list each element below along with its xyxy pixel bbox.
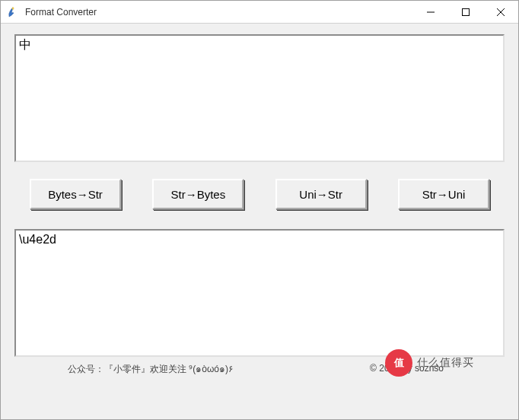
watermark-text: 什么值得买 — [417, 356, 474, 370]
str-to-uni-button[interactable]: Str→Uni — [398, 179, 489, 209]
window-controls — [413, 1, 518, 23]
button-row: Bytes→Str Str→Bytes Uni→Str Str→Uni — [14, 162, 505, 229]
uni-to-str-button[interactable]: Uni→Str — [275, 179, 367, 209]
window-title: Format Converter — [25, 7, 413, 18]
maximize-button[interactable] — [448, 1, 483, 23]
close-icon — [497, 8, 505, 16]
maximize-icon — [462, 8, 470, 16]
svg-rect-2 — [463, 8, 470, 15]
app-icon — [7, 6, 19, 18]
minimize-button[interactable] — [413, 1, 448, 23]
svg-point-0 — [12, 7, 14, 9]
app-window: Format Converter Bytes→Str Str→Bytes Uni… — [0, 0, 519, 420]
close-button[interactable] — [483, 1, 518, 23]
watermark-circle: 值 — [385, 349, 412, 377]
minimize-icon — [427, 8, 435, 16]
footer-left-text: 公众号：『小零件』欢迎关注 ⁹(๑òωó๑)۶ — [68, 361, 233, 376]
watermark: 值 什么值得买 — [385, 349, 474, 377]
input-top[interactable] — [14, 34, 505, 162]
input-bottom[interactable] — [14, 229, 505, 357]
titlebar: Format Converter — [1, 1, 518, 24]
bytes-to-str-button[interactable]: Bytes→Str — [30, 179, 121, 209]
footer: 公众号：『小零件』欢迎关注 ⁹(๑òωó๑)۶ © 20▮▮ by soznso… — [14, 357, 505, 383]
str-to-bytes-button[interactable]: Str→Bytes — [152, 179, 244, 209]
content-area: Bytes→Str Str→Bytes Uni→Str Str→Uni 公众号：… — [1, 24, 518, 419]
